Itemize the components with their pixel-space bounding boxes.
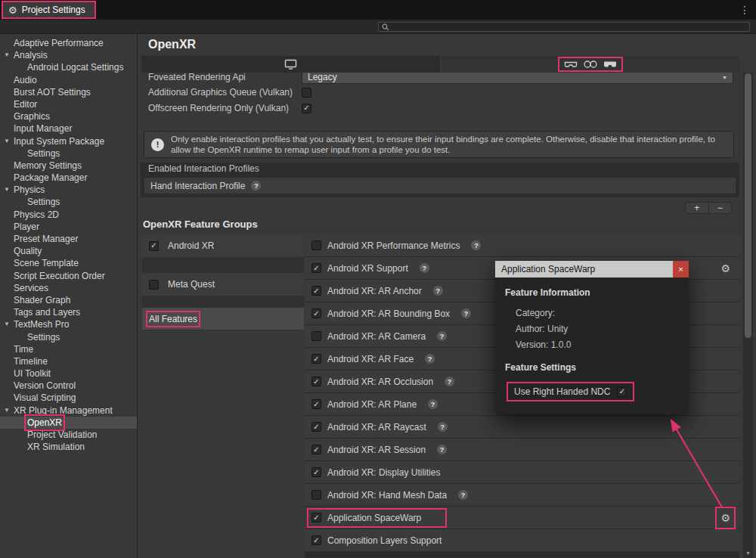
- popup-titlebar[interactable]: Application SpaceWarp ×: [495, 261, 689, 277]
- feature-checkbox[interactable]: ✓: [311, 354, 321, 364]
- sidebar-item[interactable]: ▼ Editor: [0, 98, 137, 110]
- feature-checkbox[interactable]: ✓: [311, 422, 321, 432]
- help-icon[interactable]: ?: [433, 286, 443, 296]
- sidebar-item[interactable]: ▼ Input System Package: [0, 135, 137, 147]
- feature-checkbox[interactable]: ✓: [311, 513, 321, 522]
- use-right-handed-ndc-checkbox[interactable]: ✓: [617, 387, 627, 397]
- help-icon[interactable]: ?: [471, 240, 481, 250]
- feature-row[interactable]: ✓ Application SpaceWarp ? ⚙: [305, 507, 739, 529]
- additional-graphics-queue-checkbox[interactable]: ✓: [302, 88, 311, 98]
- feature-group-row[interactable]: ✓ Android XR: [142, 234, 304, 257]
- help-icon[interactable]: ?: [445, 377, 454, 386]
- sidebar-item[interactable]: ▼ Player: [0, 221, 137, 233]
- sidebar-item[interactable]: ▼ Input Manager: [0, 122, 137, 135]
- feature-group-checkbox[interactable]: ✓: [149, 280, 159, 290]
- feature-checkbox[interactable]: ✓: [311, 286, 321, 296]
- sidebar-item[interactable]: ▼ Graphics: [0, 110, 137, 122]
- feature-group-row[interactable]: ✓ Meta Quest: [142, 273, 304, 296]
- tab-xr-devices-platform[interactable]: [442, 56, 740, 73]
- sidebar-item[interactable]: ▼ Services: [0, 282, 137, 294]
- vertical-scrollbar[interactable]: ▼: [743, 73, 753, 558]
- feature-checkbox[interactable]: ✓: [311, 240, 321, 250]
- sidebar-item[interactable]: ▼ Script Execution Order: [0, 270, 137, 282]
- sidebar-item[interactable]: ▼ Analysis: [0, 49, 137, 61]
- feature-checkbox[interactable]: ✓: [311, 399, 321, 409]
- feature-checkbox[interactable]: ✓: [311, 377, 321, 386]
- sidebar-item[interactable]: ▼ Project Validation: [0, 429, 137, 441]
- sidebar-item[interactable]: ▼ Physics 2D: [0, 209, 137, 221]
- feature-row[interactable]: ✓ Android XR: AR Session ? ⚙: [305, 439, 739, 460]
- add-profile-button[interactable]: +: [686, 203, 708, 213]
- foveated-rendering-dropdown[interactable]: Legacy ▼: [302, 73, 733, 84]
- sidebar-item[interactable]: ▼ Timeline: [0, 355, 137, 367]
- foldout-arrow-icon[interactable]: ▼: [4, 184, 10, 196]
- sidebar-item[interactable]: ▼ Adaptive Performance: [0, 37, 137, 49]
- help-icon[interactable]: ?: [438, 422, 448, 432]
- feature-row[interactable]: ✓ Android XR: Hand Mesh Data ? ⚙: [305, 484, 739, 506]
- sidebar-item[interactable]: ▼ Scene Template: [0, 257, 137, 269]
- sidebar-item[interactable]: ▼ UI Toolkit: [0, 367, 137, 380]
- feature-checkbox[interactable]: ✓: [311, 445, 321, 454]
- help-icon[interactable]: ?: [420, 263, 429, 273]
- sidebar-item[interactable]: ▼ Settings: [0, 147, 137, 160]
- feature-checkbox[interactable]: ✓: [311, 490, 321, 500]
- window-menu-icon[interactable]: ⋮: [739, 4, 750, 16]
- feature-row[interactable]: ✓ Android XR Performance Metrics ? ⚙: [305, 234, 739, 256]
- sidebar-item[interactable]: ▼ TextMesh Pro: [0, 318, 137, 330]
- feature-row[interactable]: ✓ Android XR: Display Utilities ? ⚙: [305, 461, 739, 483]
- help-icon[interactable]: ?: [437, 331, 447, 341]
- feature-group-checkbox[interactable]: ✓: [149, 241, 159, 251]
- help-icon[interactable]: ?: [251, 181, 261, 191]
- feature-settings-gear-icon[interactable]: ⚙: [720, 512, 730, 524]
- feature-checkbox[interactable]: ✓: [311, 263, 321, 273]
- sidebar-item[interactable]: ▼ Burst AOT Settings: [0, 86, 137, 98]
- sidebar-item[interactable]: ▼ XR Simulation: [0, 441, 137, 453]
- sidebar-item-label: Adaptive Performance: [14, 38, 104, 48]
- check-icon: ✓: [313, 310, 319, 318]
- close-icon[interactable]: ×: [673, 261, 689, 277]
- remove-profile-button[interactable]: −: [709, 203, 732, 213]
- sidebar-item[interactable]: ▼ Preset Manager: [0, 233, 137, 245]
- sidebar-item[interactable]: ▼ Android Logcat Settings: [0, 61, 137, 73]
- feature-row[interactable]: ✓ Composition Layers Support ? ⚙: [305, 529, 739, 551]
- sidebar-item[interactable]: ▼ Time: [0, 343, 137, 355]
- feature-row-main: ✓ Android XR: AR Face ?: [311, 354, 435, 364]
- sidebar-item[interactable]: ▼ Package Manager: [0, 172, 137, 184]
- sidebar-item[interactable]: ▼ Settings: [0, 196, 137, 208]
- help-icon[interactable]: ?: [458, 490, 468, 500]
- sidebar-item[interactable]: ▼ Settings: [0, 331, 137, 343]
- feature-checkbox[interactable]: ✓: [311, 308, 321, 318]
- scrollbar-thumb[interactable]: [745, 73, 751, 338]
- offscreen-rendering-checkbox[interactable]: ✓: [302, 104, 311, 113]
- sidebar-item[interactable]: ▼ Shader Graph: [0, 294, 137, 306]
- foldout-arrow-icon[interactable]: ▼: [4, 405, 10, 417]
- foldout-arrow-icon[interactable]: ▼: [4, 318, 10, 330]
- help-icon[interactable]: ?: [425, 354, 435, 364]
- help-icon[interactable]: ?: [437, 445, 447, 454]
- sidebar-item[interactable]: ▼ Version Control: [0, 380, 137, 392]
- foldout-arrow-icon[interactable]: ▼: [4, 135, 10, 147]
- help-icon[interactable]: ?: [428, 399, 438, 409]
- foldout-arrow-icon[interactable]: ▼: [4, 49, 10, 61]
- feature-checkbox[interactable]: ✓: [311, 535, 321, 545]
- sidebar-item[interactable]: ▼ Audio: [0, 74, 137, 86]
- feature-row[interactable]: ✓ Android XR: AR Raycast ? ⚙: [305, 416, 739, 438]
- project-settings-tab[interactable]: ⚙ Project Settings: [2, 1, 96, 19]
- feature-checkbox[interactable]: ✓: [311, 467, 321, 477]
- search-box[interactable]: [378, 22, 750, 32]
- sidebar-item[interactable]: ▼ Quality: [0, 245, 137, 257]
- scroll-down-icon[interactable]: ▼: [743, 550, 753, 557]
- sidebar-item[interactable]: ▼ Memory Settings: [0, 160, 137, 172]
- feature-settings-gear-icon[interactable]: ⚙: [720, 262, 730, 274]
- sidebar-item[interactable]: ▼ XR Plug-in Management: [0, 405, 137, 417]
- search-input[interactable]: [392, 23, 746, 31]
- sidebar-item[interactable]: ▼ Visual Scripting: [0, 392, 137, 404]
- interaction-profile-row[interactable]: Hand Interaction Profile ?: [144, 178, 736, 194]
- sidebar-item[interactable]: ▼ Physics: [0, 184, 137, 196]
- all-features-row[interactable]: All Features: [142, 308, 304, 330]
- help-icon[interactable]: ?: [461, 308, 471, 318]
- tab-desktop-platform[interactable]: [141, 56, 440, 73]
- feature-checkbox[interactable]: ✓: [311, 331, 321, 341]
- sidebar-item[interactable]: ▼ OpenXR: [0, 417, 137, 429]
- sidebar-item[interactable]: ▼ Tags and Layers: [0, 306, 137, 318]
